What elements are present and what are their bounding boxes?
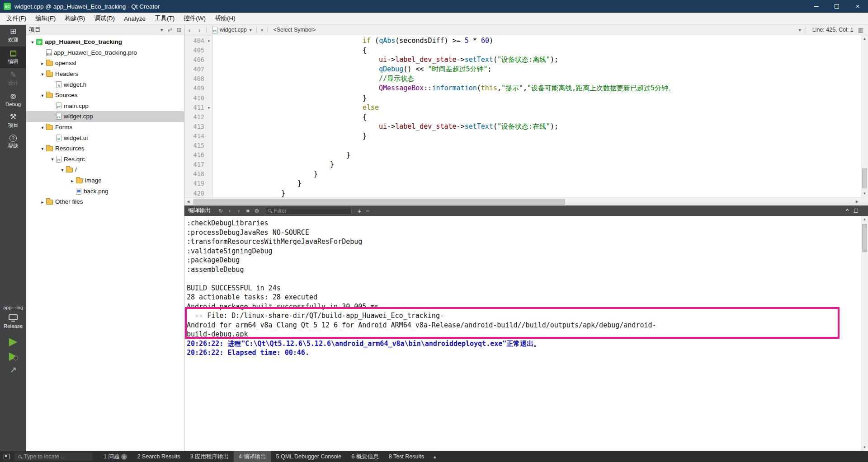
tree-item-other-files[interactable]: ▸Other files [26,196,184,207]
tree-item-widget-cpp[interactable]: c+widget.cpp [26,111,184,122]
code-line-411[interactable]: 411▾else [184,103,861,112]
open-file-tab[interactable]: widget.cpp [220,27,247,33]
expanded-chevron-icon[interactable]: ▾ [39,125,46,130]
analyze-button[interactable]: ↗ [9,365,17,375]
scroll-down-icon[interactable]: ▼ [861,190,868,197]
menu-item-3[interactable]: 构建(B) [60,13,90,24]
rerun-build-icon[interactable]: ↻ [216,208,225,214]
tree-item-headers[interactable]: ▾Headers [26,69,184,79]
menu-item-1[interactable]: 文件(F) [2,13,31,24]
collapsed-chevron-icon[interactable]: ▸ [69,178,76,183]
code-line-419[interactable]: 419} [184,179,861,188]
code-line-410[interactable]: 410} [184,93,861,103]
code-line-415[interactable]: 415 [184,141,861,150]
editor-horizontal-scrollbar[interactable]: ◀ ▶ [184,197,861,205]
output-pane-button-3[interactable]: 3 应用程序输出 [185,451,234,462]
menu-item-6[interactable]: 工具(T) [150,13,179,24]
tree-item-widget-h[interactable]: hwidget.h [26,79,184,90]
mode-welcome[interactable]: ⊞欢迎 [0,25,26,47]
scroll-up-icon[interactable]: ▲ [861,216,868,223]
tree-item-back-png[interactable]: back.png [26,186,184,196]
scroll-left-icon[interactable]: ◀ [184,198,192,205]
menu-item-4[interactable]: 调试(D) [90,13,119,24]
maximize-button[interactable] [826,0,847,13]
code-editor[interactable]: 404▾if (qAbs(secondsDiff) >= 5 * 60)405{… [184,35,861,197]
file-dropdown-icon[interactable]: ▾ [250,28,252,33]
tree-item-resources[interactable]: ▾Resources [26,143,184,154]
output-filter-input[interactable]: Filter [265,207,352,215]
mode-projects[interactable]: ⚒项目 [0,110,26,132]
split-pane-icon[interactable]: ⊞ [177,27,181,33]
collapsed-chevron-icon[interactable]: ▸ [39,199,46,205]
editor-vertical-scrollbar[interactable]: ▲ ▼ [861,35,868,197]
mode-debug[interactable]: ⊚Debug [0,90,26,110]
kit-selector[interactable]: app⋯ing Release ▶ ▶ ↗ [3,305,23,375]
tree-item-app-huawei-eco-tracking[interactable]: ▾Qtapp_Huawei_Eco_tracking [26,37,184,47]
code-line-417[interactable]: 417} [184,160,861,169]
stop-icon[interactable]: ■ [243,208,252,214]
expanded-chevron-icon[interactable]: ▾ [39,93,46,98]
minimize-button[interactable] [806,0,826,13]
output-pane-button-6[interactable]: 6 概要信息 [346,451,383,462]
editor-hscroll-thumb[interactable] [193,199,565,205]
output-scroll-thumb[interactable] [862,224,867,252]
code-line-409[interactable]: 409QMessageBox::information(this,"提示","设… [184,84,861,93]
tree-item-sources[interactable]: ▾Sources [26,90,184,101]
next-item-icon[interactable]: › [234,208,243,214]
output-pane-button-2[interactable]: 2 Search Results [132,451,185,462]
fold-marker-icon[interactable]: ▾ [205,36,212,46]
code-line-407[interactable]: 407qDebug() << "时间差超过5分钟"; [184,65,861,74]
editor-scroll-thumb[interactable] [862,168,867,188]
fold-marker-icon[interactable]: ▾ [205,103,212,112]
go-forward-icon[interactable]: › [194,26,204,34]
output-pane-button-7[interactable]: 8 Test Results [384,451,429,462]
code-line-418[interactable]: 418} [184,169,861,179]
output-pane-button-5[interactable]: 5 QML Debugger Console [271,451,347,462]
settings-icon[interactable]: ⚙ [252,208,261,214]
collapsed-chevron-icon[interactable]: ▸ [39,61,46,66]
zoom-in-icon[interactable]: + [355,207,363,215]
symbol-selector[interactable]: <Select Symbol> [273,27,316,33]
code-line-405[interactable]: 405{ [184,46,861,55]
maximize-pane-icon[interactable] [854,209,858,213]
run-button[interactable]: ▶ [9,336,17,347]
zoom-out-icon[interactable]: − [363,207,372,215]
tree-item-app-huawei-eco-tracking-pro[interactable]: proapp_Huawei_Eco_tracking.pro [26,47,184,58]
code-line-404[interactable]: 404▾if (qAbs(secondsDiff) >= 5 * 60) [184,36,861,46]
output-pane-button-4[interactable]: 4 编译输出 [234,451,271,462]
expanded-chevron-icon[interactable]: ▾ [59,167,66,173]
split-editor-icon[interactable]: ▥ [858,27,863,33]
debug-run-button[interactable]: ▶ [9,350,17,362]
output-vertical-scrollbar[interactable]: ▲ ▼ [861,216,868,451]
code-line-413[interactable]: 413ui->label_dev_state->setText("设备状态:在线… [184,122,861,131]
output-pane-button-1[interactable]: 1 问题2 [99,451,132,462]
go-back-icon[interactable]: ‹ [184,26,194,34]
expanded-chevron-icon[interactable]: ▾ [49,156,56,162]
menu-item-7[interactable]: 控件(W) [179,13,210,24]
menu-item-2[interactable]: 编辑(E) [31,13,60,24]
code-line-416[interactable]: 416} [184,150,861,160]
code-line-406[interactable]: 406ui->label_dev_state->setText("设备状态:离线… [184,55,861,65]
previous-item-icon[interactable]: ‹ [225,208,234,214]
code-line-412[interactable]: 412{ [184,112,861,122]
mode-help[interactable]: ?帮助 [0,132,26,153]
tree-item-image[interactable]: ▸image [26,175,184,186]
code-line-408[interactable]: 408//显示状态 [184,74,861,84]
symbol-dropdown-icon[interactable]: ▾ [799,28,801,33]
code-line-414[interactable]: 414} [184,131,861,141]
tree-item-main-cpp[interactable]: c+main.cpp [26,101,184,112]
scroll-down-icon[interactable]: ▼ [861,444,868,451]
filter-icon[interactable]: ▾ [160,27,163,33]
sync-with-editor-icon[interactable]: ⇄ [168,27,172,33]
locator-input[interactable]: Type to locate ... [14,453,92,461]
expanded-chevron-icon[interactable]: ▾ [39,146,46,151]
close-document-icon[interactable]: × [260,27,264,33]
toggle-panel-icon[interactable] [4,454,10,459]
menu-item-8[interactable]: 帮助(H) [210,13,240,24]
code-line-420[interactable]: 420} [184,189,861,198]
tree-item-res-qrc[interactable]: ▾rcRes.qrc [26,154,184,165]
output-panes-menu-icon[interactable]: ▴ [429,454,441,460]
compile-output-view[interactable]: :checkDebugLibraries:processDebugJavaRes… [184,216,861,451]
scroll-up-icon[interactable]: ▲ [861,35,868,42]
tree-item-item[interactable]: ▾/ [26,164,184,175]
